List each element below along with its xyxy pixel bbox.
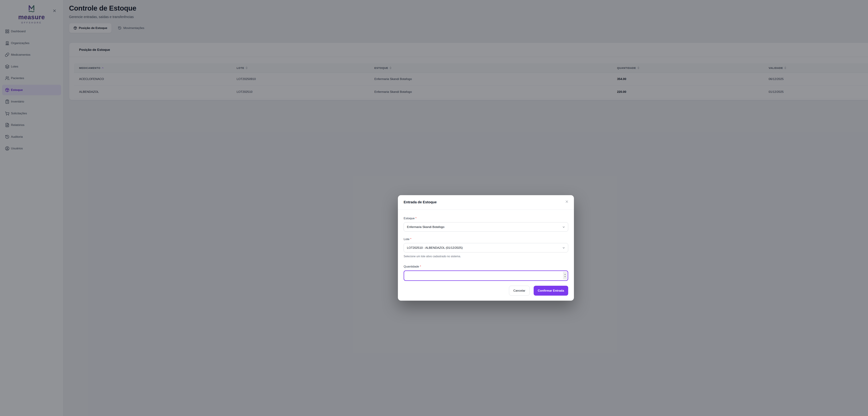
lote-field: Lote* LOT202510 - ALBENDAZOL (01/12/2025…: [404, 237, 568, 258]
estoque-select-value: Enfermaria Skandi Botafogo: [407, 225, 444, 229]
estoque-select[interactable]: Enfermaria Skandi Botafogo: [404, 222, 568, 232]
modal-close-button[interactable]: [565, 200, 569, 204]
cancel-button[interactable]: Cancelar: [509, 286, 530, 296]
quantidade-input[interactable]: [404, 270, 568, 281]
modal-body: Estoque* Enfermaria Skandi Botafogo Lote…: [398, 210, 574, 281]
modal-footer: Cancelar Confirmar Entrada: [398, 281, 574, 301]
chevron-down-icon: [562, 246, 565, 250]
close-icon: [565, 200, 569, 204]
number-stepper[interactable]: ▲▼: [563, 272, 567, 280]
estoque-field: Estoque* Enfermaria Skandi Botafogo: [404, 217, 568, 232]
lote-helper-text: Selecione um lote ativo cadastrado no si…: [404, 255, 568, 258]
quantidade-field-label: Quantidade*: [404, 265, 568, 268]
chevron-down-icon: [562, 226, 565, 229]
quantidade-field: Quantidade* ▲▼: [404, 265, 568, 281]
lote-field-label: Lote*: [404, 237, 568, 241]
lote-select[interactable]: LOT202510 - ALBENDAZOL (01/12/2025): [404, 243, 568, 252]
required-mark: *: [410, 237, 411, 241]
lote-select-value: LOT202510 - ALBENDAZOL (01/12/2025): [407, 246, 463, 250]
required-mark: *: [420, 265, 421, 268]
entrada-de-estoque-modal: Entrada de Estoque Estoque* Enfermaria S…: [398, 195, 574, 301]
modal-header: Entrada de Estoque: [398, 195, 574, 210]
required-mark: *: [415, 217, 416, 220]
app-root: measure OFFSHORE Dashboard Organizações …: [0, 0, 868, 416]
confirm-entrada-button[interactable]: Confirmar Entrada: [534, 286, 568, 296]
modal-title: Entrada de Estoque: [404, 200, 568, 204]
estoque-field-label: Estoque*: [404, 217, 568, 220]
